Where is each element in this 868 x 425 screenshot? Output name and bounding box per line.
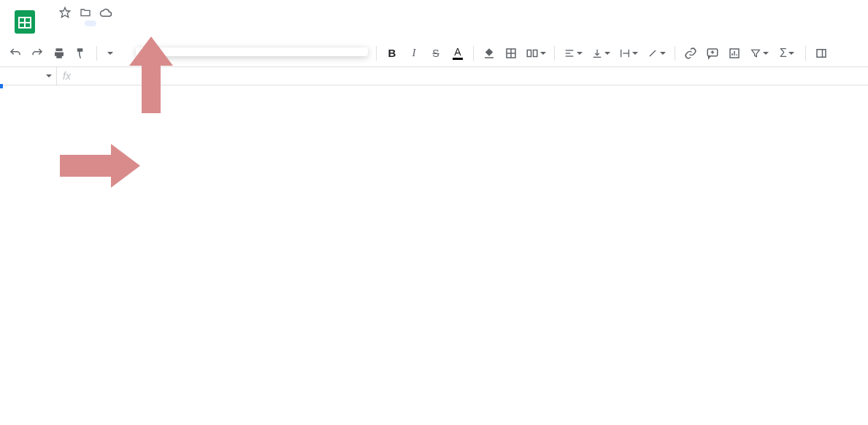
cloud-status-icon[interactable] <box>99 6 112 19</box>
svg-rect-10 <box>534 50 537 56</box>
text-color-button[interactable]: A <box>448 44 467 63</box>
menu-bar <box>45 20 174 26</box>
paint-format-button[interactable] <box>72 44 91 63</box>
svg-rect-5 <box>485 57 493 58</box>
bold-button[interactable]: B <box>383 44 402 63</box>
comment-button[interactable] <box>703 44 722 63</box>
annotation-arrow-1 <box>126 37 177 113</box>
halign-button[interactable] <box>561 44 585 63</box>
sheets-logo-icon[interactable] <box>12 9 38 35</box>
separator <box>473 46 474 61</box>
functions-button[interactable]: Σ <box>775 44 799 63</box>
formula-bar[interactable]: fx <box>57 70 82 82</box>
fx-icon: fx <box>63 70 71 82</box>
italic-button[interactable]: I <box>404 44 423 63</box>
strikethrough-button[interactable]: S <box>426 44 445 63</box>
menu-edit[interactable] <box>58 20 70 26</box>
separator <box>376 46 377 61</box>
annotation-arrow-2 <box>60 139 140 194</box>
separator <box>805 46 806 61</box>
document-title[interactable] <box>45 11 51 14</box>
menu-help[interactable] <box>150 20 162 26</box>
wrap-button[interactable] <box>616 44 641 63</box>
svg-marker-4 <box>60 7 69 17</box>
menu-view[interactable] <box>72 20 83 26</box>
borders-button[interactable] <box>502 44 521 63</box>
link-button[interactable] <box>681 44 700 63</box>
separator <box>554 46 555 61</box>
undo-button[interactable] <box>6 44 25 63</box>
valign-button[interactable] <box>588 44 613 63</box>
svg-rect-9 <box>527 50 531 56</box>
rotate-button[interactable]: A <box>644 44 669 63</box>
menu-file[interactable] <box>45 20 57 26</box>
separator <box>96 46 97 61</box>
name-box[interactable] <box>0 67 57 85</box>
menu-extensions[interactable] <box>137 20 149 26</box>
menu-format[interactable] <box>98 20 110 26</box>
move-folder-icon[interactable] <box>79 6 92 19</box>
filter-button[interactable] <box>747 44 772 63</box>
merge-button[interactable] <box>523 44 548 63</box>
fill-color-button[interactable] <box>480 44 499 63</box>
separator <box>675 46 675 61</box>
star-icon[interactable] <box>58 6 72 19</box>
sidepanel-toggle-button[interactable] <box>812 44 831 63</box>
zoom-select[interactable] <box>103 52 115 55</box>
menu-insert[interactable] <box>85 20 96 26</box>
insert-chart-button[interactable] <box>725 44 744 63</box>
menu-data[interactable] <box>111 20 123 26</box>
print-button[interactable] <box>50 44 69 63</box>
svg-rect-25 <box>817 49 826 57</box>
menu-tools[interactable] <box>124 20 136 26</box>
redo-button[interactable] <box>28 44 47 63</box>
